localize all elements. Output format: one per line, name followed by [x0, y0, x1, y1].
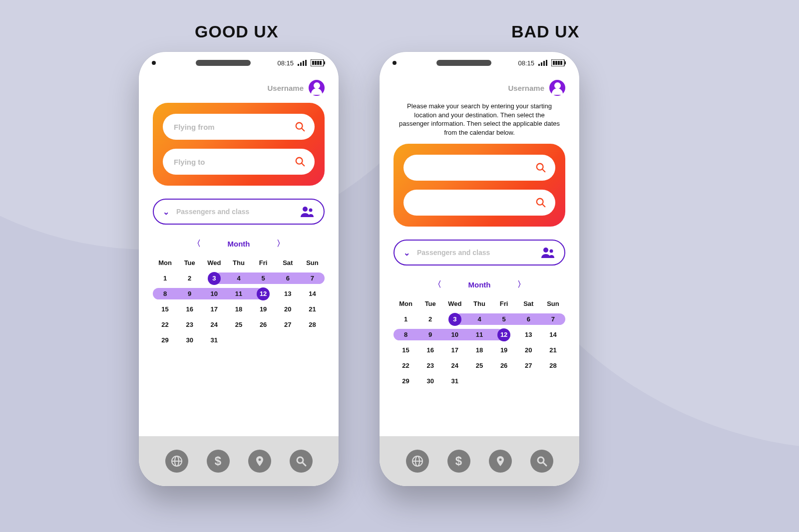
calendar-day[interactable]: 27 [276, 317, 300, 332]
calendar-day[interactable]: 12 [492, 327, 516, 342]
calendar-day[interactable]: 17 [442, 342, 467, 358]
search-icon[interactable] [535, 162, 546, 173]
calendar-day[interactable]: 19 [492, 342, 516, 358]
calendar-day[interactable]: 21 [300, 301, 325, 317]
calendar-day[interactable]: 28 [541, 358, 565, 373]
calendar-day[interactable]: 22 [394, 358, 418, 373]
calendar-day[interactable]: 16 [418, 342, 442, 358]
flying-from-input[interactable] [414, 164, 530, 172]
flying-from-field[interactable] [403, 155, 555, 181]
passengers-dropdown[interactable]: ⌄ Passengers and class [153, 199, 325, 225]
calendar-day[interactable]: 28 [300, 317, 325, 332]
flying-to-field[interactable] [403, 190, 555, 216]
nav-location-button[interactable] [489, 450, 512, 473]
calendar-day[interactable]: 31 [202, 332, 226, 348]
calendar-day[interactable]: 4 [467, 311, 491, 327]
calendar-day[interactable]: 4 [226, 270, 251, 286]
calendar-day[interactable]: 26 [251, 317, 276, 332]
calendar-day[interactable]: 14 [541, 327, 565, 342]
calendar-day[interactable]: 1 [394, 311, 418, 327]
svg-line-21 [303, 463, 306, 466]
calendar-day[interactable]: 17 [202, 301, 226, 317]
calendar-day[interactable]: 2 [418, 311, 442, 327]
calendar-day[interactable]: 5 [492, 311, 516, 327]
nav-search-button[interactable] [530, 450, 553, 473]
calendar-day[interactable]: 11 [467, 327, 491, 342]
calendar-day[interactable]: 20 [276, 301, 300, 317]
calendar-day[interactable]: 15 [153, 301, 177, 317]
avatar-icon[interactable] [549, 80, 565, 96]
search-icon[interactable] [295, 121, 306, 132]
calendar-day[interactable]: 3 [202, 270, 226, 286]
calendar-day[interactable]: 7 [541, 311, 565, 327]
calendar-day[interactable]: 23 [418, 358, 442, 373]
search-icon[interactable] [535, 197, 546, 208]
calendar-day[interactable]: 26 [492, 358, 516, 373]
flying-to-input[interactable] [414, 199, 530, 207]
calendar-day[interactable]: 19 [251, 301, 276, 317]
svg-rect-31 [565, 61, 566, 64]
battery-icon [311, 59, 326, 66]
calendar-day[interactable]: 29 [153, 332, 177, 348]
calendar-day[interactable]: 18 [467, 342, 491, 358]
calendar-day[interactable]: 20 [516, 342, 541, 358]
calendar-day[interactable]: 8 [153, 286, 177, 301]
calendar-day[interactable]: 25 [467, 358, 491, 373]
calendar-day[interactable]: 5 [251, 270, 276, 286]
calendar-day[interactable]: 11 [226, 286, 251, 301]
calendar-day[interactable]: 24 [202, 317, 226, 332]
nav-price-button[interactable]: $ [447, 450, 470, 473]
calendar-day[interactable]: 6 [516, 311, 541, 327]
nav-search-button[interactable] [290, 450, 313, 473]
calendar-day[interactable]: 14 [300, 286, 325, 301]
prev-month-button[interactable]: 〈 [193, 239, 201, 249]
prev-month-button[interactable]: 〈 [433, 279, 441, 290]
calendar-day[interactable]: 27 [516, 358, 541, 373]
calendar-day[interactable]: 10 [202, 286, 226, 301]
calendar-day[interactable]: 16 [177, 301, 202, 317]
next-month-button[interactable]: 〉 [517, 279, 525, 290]
nav-location-button[interactable] [248, 450, 271, 473]
calendar-day[interactable]: 2 [177, 270, 202, 286]
nav-price-button[interactable]: $ [207, 450, 230, 473]
nav-globe-button[interactable] [165, 450, 188, 473]
calendar-day[interactable]: 1 [153, 270, 177, 286]
calendar-day[interactable]: 10 [442, 327, 467, 342]
flying-from-field[interactable] [163, 114, 315, 140]
dow-label: Fri [251, 256, 276, 270]
search-icon[interactable] [295, 156, 306, 167]
calendar-day[interactable]: 13 [276, 286, 300, 301]
calendar-day[interactable]: 7 [300, 270, 325, 286]
flying-from-input[interactable] [174, 123, 290, 131]
dow-label: Sun [300, 256, 325, 270]
flying-to-field[interactable] [163, 149, 315, 175]
calendar-day[interactable]: 8 [394, 327, 418, 342]
calendar-day[interactable]: 30 [418, 373, 442, 389]
calendar-day[interactable]: 30 [177, 332, 202, 348]
flying-to-input[interactable] [174, 158, 290, 166]
calendar-day[interactable]: 3 [442, 311, 467, 327]
calendar-day[interactable]: 31 [442, 373, 467, 389]
calendar-day[interactable]: 29 [394, 373, 418, 389]
calendar-day[interactable]: 9 [177, 286, 202, 301]
calendar-day[interactable]: 6 [276, 270, 300, 286]
calendar-day[interactable]: 22 [153, 317, 177, 332]
svg-rect-22 [538, 64, 540, 66]
calendar-day[interactable]: 21 [541, 342, 565, 358]
nav-globe-button[interactable] [406, 450, 429, 473]
calendar-day[interactable]: 9 [418, 327, 442, 342]
calendar-day[interactable]: 18 [226, 301, 251, 317]
calendar-day[interactable]: 13 [516, 327, 541, 342]
calendar-day[interactable]: 15 [394, 342, 418, 358]
avatar-icon[interactable] [309, 80, 325, 96]
calendar-day[interactable]: 23 [177, 317, 202, 332]
calendar-day[interactable]: 12 [251, 286, 276, 301]
next-month-button[interactable]: 〉 [277, 239, 285, 249]
calendar: 〈 Month 〉 Mon Tue Wed Thu Fri Sat Sun 1 … [153, 239, 325, 348]
passengers-label: Passengers and class [176, 208, 294, 216]
month-label: Month [468, 280, 491, 289]
bottom-nav: $ [139, 436, 339, 486]
calendar-day[interactable]: 25 [226, 317, 251, 332]
passengers-dropdown[interactable]: ⌄ Passengers and class [394, 240, 565, 266]
calendar-day[interactable]: 24 [442, 358, 467, 373]
